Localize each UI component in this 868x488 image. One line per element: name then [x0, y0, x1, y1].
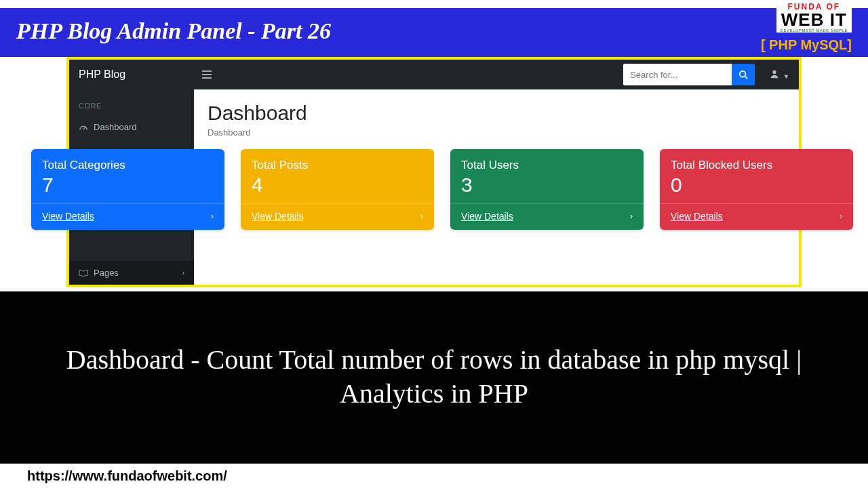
- search-input[interactable]: [623, 64, 732, 85]
- sidebar-item-label: Dashboard: [94, 122, 137, 132]
- user-menu[interactable]: ▼: [760, 69, 799, 81]
- stat-card: Total Users3View Details›: [450, 149, 644, 230]
- stat-card-value: 0: [671, 174, 842, 197]
- stat-card-title: Total Posts: [252, 159, 423, 172]
- svg-point-2: [773, 70, 776, 73]
- breadcrumb: Dashboard: [208, 127, 785, 138]
- caret-down-icon: ▼: [783, 73, 789, 80]
- chevron-right-icon: ›: [211, 211, 214, 221]
- svg-line-1: [745, 77, 748, 79]
- stat-card-title: Total Blocked Users: [671, 159, 842, 172]
- admin-topnav: PHP Blog ▼: [69, 60, 799, 89]
- caption-band: Dashboard - Count Total number of rows i…: [0, 291, 868, 462]
- search-form: [623, 64, 755, 85]
- book-icon: [79, 269, 88, 277]
- user-icon: [770, 70, 782, 81]
- stat-card-value: 4: [252, 174, 423, 197]
- stat-card: Total Categories7View Details›: [31, 149, 224, 230]
- app-brand[interactable]: PHP Blog: [69, 68, 194, 81]
- view-details-link[interactable]: View Details: [461, 211, 513, 222]
- footer-url-text: https://www.fundaofwebit.com/: [27, 468, 227, 484]
- video-title-header: PHP Blog Admin Panel - Part 26 FUNDA OF …: [0, 8, 868, 57]
- search-icon: [738, 70, 748, 79]
- caption-text: Dashboard - Count Total number of rows i…: [41, 343, 827, 411]
- header-tagline: [ PHP MySQL]: [761, 37, 852, 53]
- header-title: PHP Blog Admin Panel - Part 26: [16, 18, 331, 44]
- view-details-link[interactable]: View Details: [252, 211, 304, 222]
- chevron-right-icon: ›: [630, 211, 633, 221]
- hamburger-icon[interactable]: [194, 70, 220, 79]
- stat-card-title: Total Categories: [42, 159, 214, 172]
- stat-card-value: 3: [461, 174, 633, 197]
- sidebar-item-label: Pages: [94, 268, 119, 278]
- stat-card: Total Posts4View Details›: [241, 149, 434, 230]
- sidebar-item-dashboard[interactable]: Dashboard: [69, 115, 194, 139]
- gauge-icon: [79, 123, 88, 132]
- view-details-link[interactable]: View Details: [42, 211, 94, 222]
- stat-card-title: Total Users: [461, 159, 633, 172]
- search-button[interactable]: [732, 64, 755, 85]
- logo-main-text: WEB IT: [781, 11, 848, 28]
- page-title: Dashboard: [208, 102, 785, 125]
- brand-logo: FUNDA OF WEB IT DEVELOPMENT MADE SIMPLE: [776, 1, 852, 33]
- chevron-right-icon: ›: [840, 211, 842, 221]
- stat-card-value: 7: [42, 174, 214, 197]
- svg-line-3: [83, 127, 85, 130]
- logo-sub-text: DEVELOPMENT MADE SIMPLE: [781, 28, 848, 33]
- stat-cards-row: Total Categories7View Details›Total Post…: [31, 149, 853, 230]
- stat-card: Total Blocked Users0View Details›: [660, 149, 853, 230]
- view-details-link[interactable]: View Details: [671, 211, 723, 222]
- sidebar-item-pages[interactable]: Pages ›: [69, 261, 194, 285]
- chevron-right-icon: ›: [420, 211, 423, 221]
- svg-point-0: [740, 71, 746, 77]
- footer-url-bar: https://www.fundaofwebit.com/: [0, 462, 868, 488]
- chevron-right-icon: ›: [182, 269, 184, 277]
- sidebar-section-core: CORE: [69, 96, 194, 115]
